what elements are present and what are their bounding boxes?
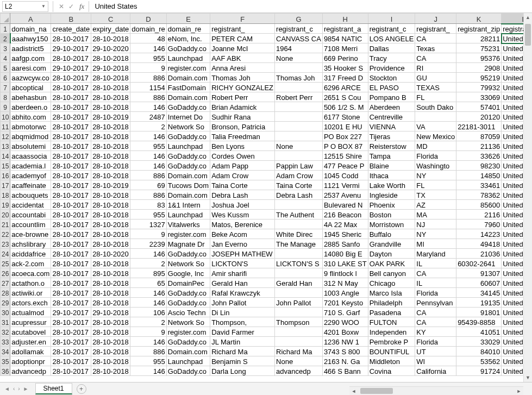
cell[interactable]: Joanne McI	[210, 43, 275, 53]
cell[interactable]: Adam Crow	[275, 171, 323, 180]
row-header-10[interactable]: 10	[1, 112, 10, 122]
row-header-7[interactable]: 7	[1, 83, 10, 92]
cell[interactable]: 28-10-2018	[91, 278, 130, 288]
cell[interactable]: 28-10-2018	[91, 259, 130, 268]
cell[interactable]: 10201 E HU	[322, 122, 368, 131]
cell[interactable]: aadistrict5	[10, 43, 51, 53]
cell[interactable]: adjuster.en	[10, 337, 51, 347]
cell[interactable]: None	[275, 141, 323, 151]
cell[interactable]: LICKTON'S	[210, 259, 275, 268]
cell[interactable]: Debra Lash	[210, 190, 275, 200]
cell[interactable]: accidentat	[10, 200, 51, 210]
cell[interactable]: Pennsylvan	[415, 298, 456, 308]
cell[interactable]: 28-10-2019	[91, 112, 130, 122]
cell[interactable]: Sudhir Rana	[210, 112, 275, 122]
cell[interactable]: 317 Freed D	[322, 73, 368, 83]
cell[interactable]: actualmod	[10, 308, 51, 317]
cell[interactable]: 29-10-2017	[51, 308, 91, 317]
cell[interactable]: Dayton	[368, 249, 415, 259]
row-header-26[interactable]: 26	[1, 268, 10, 278]
cell[interactable]: abmotorwc	[10, 122, 51, 131]
cell[interactable]: 28-10-2017	[51, 210, 91, 220]
cell[interactable]: 28-10-2018	[91, 151, 130, 161]
cell[interactable]: register.com	[166, 63, 210, 73]
cell[interactable]: 28-10-2017	[51, 249, 91, 259]
cell[interactable]	[275, 337, 323, 347]
cell[interactable]: GoDaddy.co	[166, 249, 210, 259]
sheet-tab[interactable]: Sheet1	[35, 383, 72, 394]
cell[interactable]: Robert Perr	[210, 92, 275, 102]
cell[interactable]: 29-10-2017	[51, 43, 91, 53]
cell[interactable]: acutabovel	[10, 327, 51, 337]
cell[interactable]: 41051	[456, 327, 502, 337]
add-sheet-button[interactable]: +	[77, 384, 86, 394]
cell[interactable]: 28-10-2017	[51, 317, 91, 327]
cell[interactable]: 28-10-2017	[51, 200, 91, 210]
cell[interactable]: 28-10-2018	[91, 366, 130, 376]
cell[interactable]	[415, 112, 456, 122]
cell[interactable]: 28-10-2017	[51, 34, 91, 43]
cell[interactable]: Buffalo	[368, 229, 415, 239]
cell[interactable]: TEXAS	[415, 83, 456, 92]
row-header-14[interactable]: 14	[1, 151, 10, 161]
row-header-24[interactable]: 24	[1, 249, 10, 259]
cell[interactable]: 21036	[456, 249, 502, 259]
cell[interactable]: AAF ABK	[210, 53, 275, 63]
cell[interactable]: 28-10-2017	[51, 366, 91, 376]
cell[interactable]: None	[275, 356, 323, 366]
cell[interactable]: CA	[415, 268, 456, 278]
column-header-J[interactable]: J	[415, 14, 456, 24]
cell[interactable]: GoDaddy.co	[166, 151, 210, 161]
cell[interactable]: 29-10-2020	[91, 43, 130, 53]
row-header-18[interactable]: 18	[1, 190, 10, 200]
column-header-A[interactable]: A	[10, 14, 51, 24]
cell[interactable]: RI	[415, 63, 456, 73]
cell[interactable]: FULTON	[368, 317, 415, 327]
cell[interactable]: 28-10-2018	[91, 298, 130, 308]
cell[interactable]: 28-10-2017	[51, 298, 91, 308]
cell[interactable]: 28-10-2020	[91, 249, 130, 259]
cell[interactable]: Taina Corte	[275, 180, 323, 190]
row-header-36[interactable]: 36	[1, 366, 10, 376]
nav-first-icon[interactable]: ◄	[3, 386, 11, 392]
cell[interactable]: CANVASS CA	[275, 34, 323, 43]
cell[interactable]: domain_na	[10, 24, 51, 34]
cell[interactable]: JOSEPH MATHEW	[210, 249, 275, 259]
cell[interactable]: VIENNA	[368, 122, 415, 131]
nav-next-icon[interactable]: ›	[17, 386, 21, 392]
cell[interactable]: Maryland	[415, 249, 456, 259]
name-box[interactable]: L2 ▼	[2, 1, 48, 12]
cell[interactable]: registrant_zip	[456, 24, 502, 34]
cell[interactable]: 28-10-2018	[91, 141, 130, 151]
cell[interactable]: 146	[130, 43, 166, 53]
cell[interactable]: 33461	[456, 180, 502, 190]
cell[interactable]: Thompson,	[210, 317, 275, 327]
select-all-corner[interactable]	[1, 14, 10, 24]
row-header-8[interactable]: 8	[1, 92, 10, 102]
cell[interactable]: ack-2.com	[10, 259, 51, 268]
row-header-29[interactable]: 29	[1, 298, 10, 308]
row-header-27[interactable]: 27	[1, 278, 10, 288]
cell[interactable]: 79932	[456, 83, 502, 92]
cell[interactable]: AZ	[415, 200, 456, 210]
cell[interactable]: David Farmer	[210, 327, 275, 337]
cell[interactable]: GoDaddy.co	[166, 102, 210, 112]
cell[interactable]: 85600	[456, 200, 502, 210]
cell[interactable]: 1964	[275, 43, 323, 53]
cell[interactable]: 60607	[456, 278, 502, 288]
nav-last-icon[interactable]: ►	[22, 386, 30, 392]
row-header-1[interactable]: 1	[1, 24, 10, 34]
cell[interactable]	[275, 308, 323, 317]
cell[interactable]: LOS ANGELE	[368, 34, 415, 43]
cell[interactable]: Internet Do	[166, 112, 210, 122]
cell[interactable]: Network So	[166, 259, 210, 268]
cell[interactable]	[275, 83, 323, 92]
cell[interactable]: 28-10-2017	[51, 337, 91, 347]
cell[interactable]: ace-browne	[10, 229, 51, 239]
cell[interactable]: Launchpad	[166, 53, 210, 63]
cell[interactable]: IL	[415, 259, 456, 268]
cell[interactable]: absolutemi	[10, 141, 51, 151]
cell[interactable]	[275, 151, 323, 161]
cell[interactable]: Reisterstow	[368, 141, 415, 151]
cell[interactable]: Washingto	[415, 161, 456, 171]
